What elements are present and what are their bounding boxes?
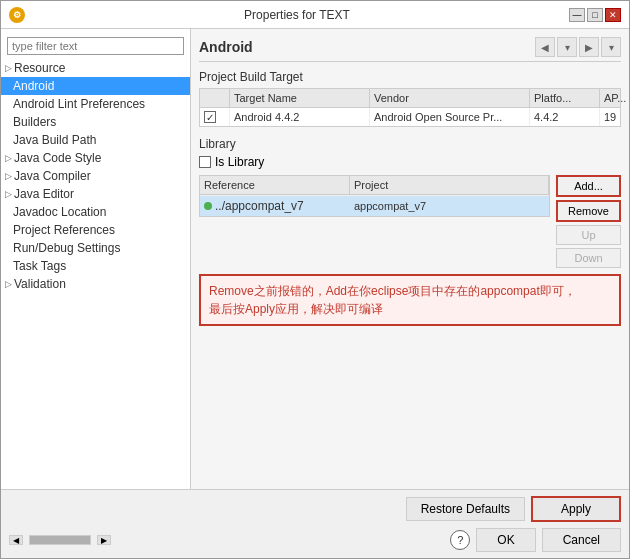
close-button[interactable]: ✕	[605, 8, 621, 22]
row-target: Android 4.4.2	[230, 108, 370, 126]
content-title: Android	[199, 39, 253, 55]
sidebar-item-java-build-path[interactable]: Java Build Path	[1, 131, 190, 149]
title-bar: ⚙ Properties for TEXT — □ ✕	[1, 1, 629, 29]
table-header: Target Name Vendor Platfo... AP...	[200, 89, 620, 108]
sidebar-item-label: Android	[13, 79, 54, 93]
app-icon: ⚙	[9, 7, 25, 23]
help-button[interactable]: ?	[450, 530, 470, 550]
nav-back-button[interactable]: ◀	[535, 37, 555, 57]
bottom-bar: Restore Defaults Apply ◀ ▶ ? OK Cancel	[1, 489, 629, 558]
title-controls: — □ ✕	[569, 8, 621, 22]
ref-col-project: Project	[350, 176, 549, 194]
is-library-row: Is Library	[199, 155, 621, 169]
cancel-button[interactable]: Cancel	[542, 528, 621, 552]
content-panel: Android ◀ ▾ ▶ ▾ Project Build Target Tar…	[191, 29, 629, 489]
sidebar-item-run-debug[interactable]: Run/Debug Settings	[1, 239, 190, 257]
properties-window: ⚙ Properties for TEXT — □ ✕ ▷ Resource A…	[0, 0, 630, 559]
nav-dropdown-button[interactable]: ▾	[557, 37, 577, 57]
col-check	[200, 89, 230, 107]
maximize-button[interactable]: □	[587, 8, 603, 22]
build-target-table: Target Name Vendor Platfo... AP... ✓ And…	[199, 88, 621, 127]
sidebar-item-label: Task Tags	[13, 259, 66, 273]
lib-table-area: Reference Project ../appcompat_v7 appcom…	[199, 175, 550, 268]
lib-action-buttons: Add... Remove Up Down	[556, 175, 621, 268]
sidebar-item-android[interactable]: Android	[1, 77, 190, 95]
remove-button[interactable]: Remove	[556, 200, 621, 222]
nav-menu-button[interactable]: ▾	[601, 37, 621, 57]
ref-path: ../appcompat_v7	[215, 199, 304, 213]
ok-button[interactable]: OK	[476, 528, 535, 552]
ref-table: Reference Project ../appcompat_v7 appcom…	[199, 175, 550, 217]
col-vendor: Vendor	[370, 89, 530, 107]
sidebar: ▷ Resource Android Android Lint Preferen…	[1, 29, 191, 489]
up-button[interactable]: Up	[556, 225, 621, 245]
row-checkbox[interactable]: ✓	[204, 111, 216, 123]
window-title: Properties for TEXT	[25, 8, 569, 22]
col-api: AP...	[600, 89, 629, 107]
build-target-label: Project Build Target	[199, 70, 621, 84]
nav-buttons: ◀ ▾ ▶ ▾	[535, 37, 621, 57]
sidebar-item-label: Java Code Style	[14, 151, 101, 165]
filter-input[interactable]	[7, 37, 184, 55]
content-header: Android ◀ ▾ ▶ ▾	[199, 37, 621, 62]
sidebar-item-label: Java Editor	[14, 187, 74, 201]
row-check[interactable]: ✓	[200, 108, 230, 126]
sidebar-item-java-code-style[interactable]: ▷ Java Code Style	[1, 149, 190, 167]
sidebar-item-resource[interactable]: ▷ Resource	[1, 59, 190, 77]
sidebar-item-label: Builders	[13, 115, 56, 129]
sidebar-item-label: Run/Debug Settings	[13, 241, 120, 255]
apply-button[interactable]: Apply	[531, 496, 621, 522]
sidebar-item-label: Resource	[14, 61, 65, 75]
restore-defaults-button[interactable]: Restore Defaults	[406, 497, 525, 521]
library-layout: Reference Project ../appcompat_v7 appcom…	[199, 175, 621, 268]
sidebar-item-java-editor[interactable]: ▷ Java Editor	[1, 185, 190, 203]
row-api: 19	[600, 108, 629, 126]
sidebar-item-project-references[interactable]: Project References	[1, 221, 190, 239]
is-library-label: Is Library	[215, 155, 264, 169]
expand-arrow-icon: ▷	[5, 279, 12, 289]
expand-arrow-icon: ▷	[5, 63, 12, 73]
sidebar-item-lint[interactable]: Android Lint Preferences	[1, 95, 190, 113]
row-platform: 4.4.2	[530, 108, 600, 126]
sidebar-item-label: Java Compiler	[14, 169, 91, 183]
sidebar-item-label: Javadoc Location	[13, 205, 106, 219]
sidebar-item-label: Java Build Path	[13, 133, 96, 147]
sidebar-item-label: Android Lint Preferences	[13, 97, 145, 111]
main-area: ▷ Resource Android Android Lint Preferen…	[1, 29, 629, 489]
scroll-left-button[interactable]: ◀	[9, 535, 23, 545]
row-vendor: Android Open Source Pr...	[370, 108, 530, 126]
col-platform: Platfo...	[530, 89, 600, 107]
col-target: Target Name	[230, 89, 370, 107]
scrollbar-track	[29, 535, 91, 545]
annotation-box: Remove之前报错的，Add在你eclipse项目中存在的appcompat即…	[199, 274, 621, 326]
sidebar-item-javadoc[interactable]: Javadoc Location	[1, 203, 190, 221]
scrollbar-thumb	[30, 536, 90, 544]
add-button[interactable]: Add...	[556, 175, 621, 197]
bottom-action-row: Restore Defaults Apply	[9, 496, 621, 522]
library-label: Library	[199, 137, 621, 151]
table-row[interactable]: ✓ Android 4.4.2 Android Open Source Pr..…	[200, 108, 620, 126]
sidebar-item-label: Project References	[13, 223, 115, 237]
annotation-text: Remove之前报错的，Add在你eclipse项目中存在的appcompat即…	[209, 284, 576, 316]
nav-forward-button[interactable]: ▶	[579, 37, 599, 57]
ref-cell-reference: ../appcompat_v7	[200, 196, 350, 216]
scroll-right-button[interactable]: ▶	[97, 535, 111, 545]
down-button[interactable]: Down	[556, 248, 621, 268]
expand-arrow-icon: ▷	[5, 189, 12, 199]
sidebar-item-task-tags[interactable]: Task Tags	[1, 257, 190, 275]
ref-table-row[interactable]: ../appcompat_v7 appcompat_v7	[200, 195, 549, 216]
sidebar-item-label: Validation	[14, 277, 66, 291]
minimize-button[interactable]: —	[569, 8, 585, 22]
ref-col-reference: Reference	[200, 176, 350, 194]
expand-arrow-icon: ▷	[5, 153, 12, 163]
sidebar-item-validation[interactable]: ▷ Validation	[1, 275, 190, 293]
filter-box	[1, 33, 190, 59]
sidebar-item-builders[interactable]: Builders	[1, 113, 190, 131]
is-library-checkbox[interactable]	[199, 156, 211, 168]
ref-table-header: Reference Project	[200, 176, 549, 195]
expand-arrow-icon: ▷	[5, 171, 12, 181]
ref-cell-project: appcompat_v7	[350, 196, 549, 216]
sidebar-item-java-compiler[interactable]: ▷ Java Compiler	[1, 167, 190, 185]
green-status-icon	[204, 202, 212, 210]
